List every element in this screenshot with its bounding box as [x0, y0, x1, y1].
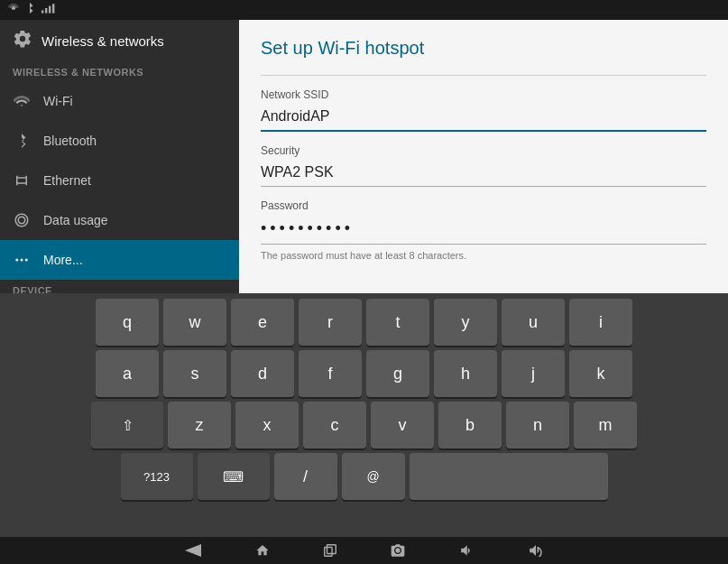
sidebar-header-title: Wireless & networks	[41, 33, 164, 49]
key-c[interactable]: c	[303, 402, 366, 448]
wifi-icon	[13, 92, 31, 110]
svg-rect-1	[41, 10, 43, 13]
home-button[interactable]	[255, 543, 270, 558]
key-u[interactable]: u	[502, 299, 565, 346]
sidebar-item-wifi-label: Wi-Fi	[43, 94, 73, 108]
wifi-status-icon	[7, 2, 20, 18]
svg-point-6	[21, 259, 23, 262]
key-slash[interactable]: /	[274, 453, 337, 500]
password-value[interactable]: ••••••••••	[261, 216, 706, 245]
key-space[interactable]	[410, 453, 608, 500]
sidebar-item-bluetooth-label: Bluetooth	[43, 134, 97, 148]
password-hint: The password must have at least 8 charac…	[261, 250, 706, 261]
key-i[interactable]: i	[569, 299, 632, 346]
password-label: Password	[261, 199, 706, 212]
key-w[interactable]: w	[163, 299, 226, 346]
sidebar-item-ethernet[interactable]: Ethernet	[0, 161, 239, 200]
key-n[interactable]: n	[506, 402, 569, 448]
signal-icon	[41, 2, 56, 18]
key-e[interactable]: e	[231, 299, 294, 346]
svg-rect-4	[52, 4, 54, 13]
key-x[interactable]: x	[235, 402, 299, 448]
security-value[interactable]: WPA2 PSK	[261, 161, 706, 187]
keyboard-row-1: q w e r t y u i	[4, 299, 724, 346]
main-container: Wireless & networks WIRELESS & NETWORKS …	[0, 20, 728, 293]
key-t[interactable]: t	[366, 299, 429, 346]
screenshot-button[interactable]	[391, 543, 405, 558]
security-label: Security	[261, 144, 706, 157]
divider	[261, 75, 706, 76]
svg-marker-8	[185, 544, 201, 557]
key-v[interactable]: v	[371, 402, 434, 448]
key-y[interactable]: y	[434, 299, 497, 346]
back-button[interactable]	[185, 544, 201, 557]
keyboard: q w e r t y u i a s d f g h j k ⇧ z x c …	[0, 293, 728, 537]
dialog-title: Set up Wi-Fi hotspot	[261, 38, 706, 59]
sidebar-section-label: WIRELESS & NETWORKS	[0, 61, 239, 81]
content-panel: Set up Wi-Fi hotspot Network SSID Androi…	[239, 20, 728, 293]
sidebar-item-data-usage[interactable]: Data usage	[0, 200, 239, 240]
sidebar: Wireless & networks WIRELESS & NETWORKS …	[0, 20, 239, 293]
key-h[interactable]: h	[434, 350, 497, 397]
key-z[interactable]: z	[168, 402, 231, 448]
key-d[interactable]: d	[231, 350, 294, 397]
key-f[interactable]: f	[299, 350, 362, 397]
key-at[interactable]: @	[342, 453, 405, 500]
status-bar	[0, 0, 728, 20]
key-shift[interactable]: ⇧	[91, 402, 163, 448]
volume-up-button[interactable]	[528, 544, 544, 557]
svg-rect-9	[324, 548, 331, 557]
bluetooth-icon	[13, 132, 31, 150]
ssid-value[interactable]: AndroidAP	[261, 105, 706, 132]
svg-point-7	[25, 259, 28, 262]
key-g[interactable]: g	[366, 350, 429, 397]
bluetooth-status-icon	[25, 2, 34, 18]
key-j[interactable]: j	[502, 350, 565, 397]
sidebar-item-wifi[interactable]: Wi-Fi	[0, 81, 239, 121]
sidebar-item-data-label: Data usage	[43, 213, 108, 227]
key-k[interactable]: k	[569, 350, 632, 397]
svg-point-5	[15, 259, 18, 262]
gear-icon	[13, 29, 32, 52]
ssid-label: Network SSID	[261, 88, 706, 101]
keyboard-row-2: a s d f g h j k	[4, 350, 724, 397]
svg-rect-3	[49, 6, 51, 14]
svg-rect-10	[327, 545, 336, 554]
key-a[interactable]: a	[96, 350, 159, 397]
key-s[interactable]: s	[163, 350, 226, 397]
nav-bar	[0, 537, 728, 564]
keyboard-row-4: ?123 ⌨ / @	[4, 453, 724, 500]
sidebar-header: Wireless & networks	[0, 20, 239, 61]
keyboard-switch-icon[interactable]: ⌨	[198, 453, 270, 500]
key-q[interactable]: q	[96, 299, 159, 346]
recents-button[interactable]	[324, 544, 336, 557]
sidebar-item-more[interactable]: More...	[0, 240, 239, 280]
sidebar-item-more-label: More...	[43, 253, 83, 267]
key-numbers[interactable]: ?123	[121, 453, 193, 500]
data-icon	[13, 211, 31, 229]
svg-rect-2	[45, 8, 47, 14]
key-b[interactable]: b	[438, 402, 502, 448]
sidebar-item-bluetooth[interactable]: Bluetooth	[0, 121, 239, 161]
key-r[interactable]: r	[299, 299, 362, 346]
key-m[interactable]: m	[574, 402, 637, 448]
ethernet-icon	[13, 171, 31, 190]
sidebar-item-ethernet-label: Ethernet	[43, 173, 91, 188]
more-icon	[13, 251, 31, 269]
volume-down-button[interactable]	[459, 544, 474, 557]
keyboard-row-3: ⇧ z x c v b n m	[4, 402, 724, 448]
